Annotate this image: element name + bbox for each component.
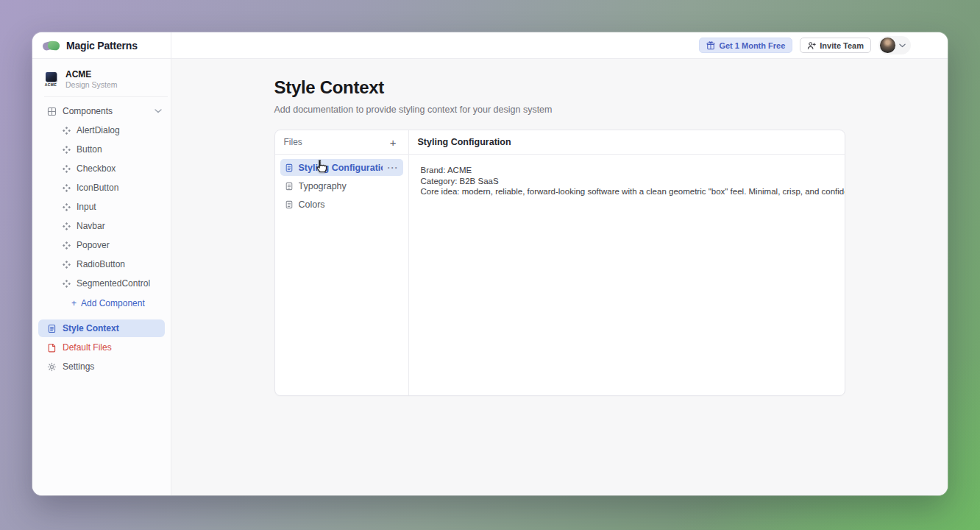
file-row-colors[interactable]: Colors xyxy=(280,196,403,213)
invite-team-label: Invite Team xyxy=(820,41,864,50)
page: { "topbar": { "logo_text": "Magic Patter… xyxy=(0,0,980,530)
add-component-label: Add Component xyxy=(81,298,145,308)
component-label: Button xyxy=(77,144,102,155)
sidebar-item-radiobutton[interactable]: RadioButton xyxy=(32,255,171,274)
workspace-subtitle: Design System xyxy=(65,80,118,89)
component-label: Popover xyxy=(77,240,110,250)
detail-header: Styling Configuration xyxy=(409,130,845,155)
component-label: Checkbox xyxy=(77,163,116,174)
add-component-button[interactable]: + Add Component xyxy=(32,293,171,314)
brand-name: Magic Patterns xyxy=(66,40,138,52)
window-body: ACME ACME Design System Components xyxy=(32,59,948,495)
file-content[interactable]: Brand: ACME Category: B2B SaaS Core idea… xyxy=(409,155,845,208)
files-list-panel: Files + Styling Configuration ··· xyxy=(275,130,409,395)
plus-icon: + xyxy=(71,298,77,308)
component-icon xyxy=(63,261,71,269)
sidebar-item-input[interactable]: Input xyxy=(32,197,171,216)
sidebar-item-style-context[interactable]: Style Context xyxy=(38,319,165,337)
content-line: Category: B2B SaaS xyxy=(421,176,845,187)
account-menu[interactable] xyxy=(878,36,911,54)
component-label: AlertDialog xyxy=(77,125,120,135)
sidebar-item-segmentedcontrol[interactable]: SegmentedControl xyxy=(32,274,171,293)
component-label: RadioButton xyxy=(77,259,125,269)
settings-label: Settings xyxy=(63,361,94,372)
file-detail-panel: Styling Configuration Brand: ACME Catego… xyxy=(409,130,845,395)
component-icon xyxy=(63,165,71,173)
topbar-actions: Get 1 Month Free Invite Team xyxy=(171,32,948,58)
document-icon xyxy=(47,324,57,333)
component-icon xyxy=(63,280,71,288)
main-content: Style Context Add documentation to provi… xyxy=(171,59,948,495)
brand-logo[interactable]: Magic Patterns xyxy=(32,32,171,58)
file-name: Colors xyxy=(299,199,399,210)
page-title: Style Context xyxy=(274,77,845,98)
workspace-name: ACME xyxy=(65,70,118,80)
style-context-label: Style Context xyxy=(63,323,119,333)
document-icon xyxy=(285,163,294,172)
get-month-free-label: Get 1 Month Free xyxy=(719,41,785,50)
files-header-label: Files xyxy=(284,137,387,147)
sidebar-item-alertdialog[interactable]: AlertDialog xyxy=(32,121,171,140)
file-name: Styling Configuration xyxy=(299,163,383,173)
default-files-label: Default Files xyxy=(63,342,112,353)
workspace-logo: ACME xyxy=(42,70,60,89)
sidebar-item-button[interactable]: Button xyxy=(32,140,171,159)
component-label: SegmentedControl xyxy=(77,278,150,289)
app-window: Magic Patterns Get 1 Month Free xyxy=(32,32,948,495)
gift-icon xyxy=(706,41,715,50)
acme-logo-text: ACME xyxy=(45,82,57,87)
component-icon xyxy=(63,127,71,135)
sidebar-item-checkbox[interactable]: Checkbox xyxy=(32,159,171,178)
file-name: Typography xyxy=(299,181,399,191)
file-row-typography[interactable]: Typography xyxy=(280,177,403,194)
component-icon xyxy=(63,184,71,192)
file-row-styling-configuration[interactable]: Styling Configuration ··· xyxy=(280,159,403,176)
workspace-switcher[interactable]: ACME ACME Design System xyxy=(32,66,171,96)
document-icon xyxy=(285,182,294,191)
sidebar-item-navbar[interactable]: Navbar xyxy=(32,216,171,236)
file-icon xyxy=(47,343,57,353)
user-plus-icon xyxy=(807,41,816,50)
get-month-free-button[interactable]: Get 1 Month Free xyxy=(699,38,792,53)
chevron-down-icon xyxy=(155,109,162,113)
content-line: Brand: ACME xyxy=(421,165,845,176)
component-icon xyxy=(63,203,71,211)
acme-cube-icon xyxy=(46,72,57,82)
content-line: Core idea: modern, reliable, forward-loo… xyxy=(421,186,845,197)
avatar xyxy=(880,38,895,53)
component-icon xyxy=(63,222,71,230)
file-menu-button[interactable]: ··· xyxy=(388,163,399,173)
files-header: Files + xyxy=(275,130,408,155)
invite-team-button[interactable]: Invite Team xyxy=(800,38,871,53)
component-icon xyxy=(63,146,71,154)
gear-icon xyxy=(47,362,57,372)
components-label: Components xyxy=(63,106,113,116)
sidebar-item-default-files[interactable]: Default Files xyxy=(38,339,165,356)
sidebar-item-settings[interactable]: Settings xyxy=(38,358,165,375)
sidebar-item-popover[interactable]: Popover xyxy=(32,236,171,255)
component-label: IconButton xyxy=(77,183,118,193)
component-label: Navbar xyxy=(77,221,105,231)
detail-title: Styling Configuration xyxy=(418,137,511,147)
sidebar-item-iconbutton[interactable]: IconButton xyxy=(32,178,171,197)
component-icon xyxy=(63,241,71,250)
page-subtitle: Add documentation to provide styling con… xyxy=(274,105,845,115)
components-section-toggle[interactable]: Components xyxy=(32,102,171,121)
document-icon xyxy=(285,200,294,209)
add-file-button[interactable]: + xyxy=(387,135,400,149)
style-context-panel: Files + Styling Configuration ··· xyxy=(274,130,845,396)
topbar: Magic Patterns Get 1 Month Free xyxy=(32,32,948,59)
component-label: Input xyxy=(77,202,96,212)
grid-icon xyxy=(47,107,57,116)
chevron-down-icon xyxy=(899,43,906,48)
magic-patterns-logo-icon xyxy=(42,38,61,53)
sidebar: ACME ACME Design System Components xyxy=(32,59,171,495)
sidebar-divider xyxy=(44,96,168,97)
